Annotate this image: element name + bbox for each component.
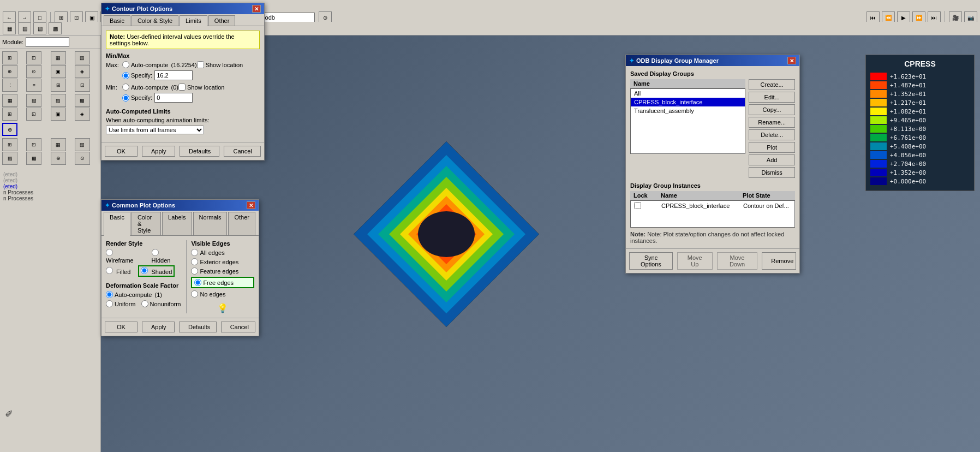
edge-free-radio[interactable] [194,279,201,286]
group-translucent[interactable]: Translucent_assembly [631,106,745,115]
sb-icon-18[interactable]: ⊡ [26,108,41,121]
group-cpress[interactable]: CPRESS_block_interface [631,98,745,106]
max-specify-input[interactable] [154,70,193,80]
instances-header: Lock Name Plot State [630,191,795,200]
sb-icon-16[interactable]: ▩ [75,94,90,107]
instances-list[interactable]: CPRESS_block_interface Contour on Def... [630,200,795,228]
sb-icon-7[interactable]: ▣ [51,65,66,78]
common-tab-basic[interactable]: Basic [104,212,130,236]
group-all[interactable]: All [631,89,745,98]
move-down-btn[interactable]: Move Down [717,252,758,270]
sb-icon-11[interactable]: ⊞ [51,79,66,92]
sb-icon-12[interactable]: ⊡ [75,79,90,92]
contour-tab-other[interactable]: Other [208,15,236,26]
common-ok-btn[interactable]: OK [105,322,138,332]
copy-btn[interactable]: Copy... [749,104,795,115]
render-options-group: Wireframe Hidden Filled Shaded [106,249,181,277]
common-tab-other[interactable]: Other [228,212,255,235]
create-btn[interactable]: Create... [749,79,795,90]
edge-no-radio[interactable] [191,290,198,298]
tb2-3[interactable]: ▨ [33,22,46,34]
instance-lock-check[interactable] [634,202,641,209]
delete-btn[interactable]: Delete... [749,129,795,140]
sb-icon-22[interactable]: ⊡ [26,138,41,151]
common-apply-btn[interactable]: Apply [142,322,175,332]
module-input[interactable] [26,37,69,47]
sb-icon-14[interactable]: ▧ [26,94,41,107]
sync-options-btn[interactable]: Sync Options [629,252,673,270]
render-wireframe-radio[interactable] [106,249,113,256]
sb-icon-8[interactable]: ◈ [75,65,90,78]
contour-dialog-close[interactable]: ✕ [252,5,261,13]
contour-tab-color[interactable]: Color & Style [132,15,178,26]
edit-btn[interactable]: Edit... [749,92,795,103]
legend-color-swatch [870,125,887,133]
max-specify-radio[interactable] [122,72,129,79]
max-auto-radio[interactable] [122,61,129,68]
dismiss-btn[interactable]: Dismiss [749,167,795,178]
sb-icon-23[interactable]: ▦ [51,138,66,151]
min-auto-radio[interactable] [122,84,129,91]
sb-icon-13[interactable]: ▦ [2,94,17,107]
sb-icon-26[interactable]: ▩ [26,152,41,165]
sb-icon-6[interactable]: ⊙ [26,65,41,78]
sb-icon-27[interactable]: ⊕ [51,152,66,165]
max-show-location-check[interactable] [197,61,204,68]
edge-all-radio[interactable] [191,249,198,256]
plot-btn[interactable]: Plot [749,142,795,153]
common-tab-normals[interactable]: Normals [193,212,228,235]
tb2-4[interactable]: ▩ [49,22,62,34]
sb-icon-19[interactable]: ▣ [51,108,66,121]
edge-feature-radio[interactable] [191,267,198,275]
contour-apply-btn[interactable]: Apply [142,146,175,157]
add-btn[interactable]: Add [749,154,795,165]
render-shaded-radio[interactable] [141,267,148,274]
sb-icon-1[interactable]: ⊞ [2,51,17,64]
edge-all-label: All edges [200,249,224,256]
deform-auto-radio[interactable] [106,291,113,298]
tb2-1[interactable]: ▦ [3,22,16,34]
common-tab-color[interactable]: Color & Style [132,212,161,235]
sb-icon-15[interactable]: ▨ [51,94,66,107]
odb-dialog-close[interactable]: ✕ [787,57,796,64]
sidebar-tree: (eted) (eted) (eted) n Processes n Proce… [0,169,100,204]
rename-btn[interactable]: Rename... [749,117,795,128]
sb-icon-9[interactable]: ⋮ [2,79,17,92]
render-hidden-radio[interactable] [152,249,159,256]
contour-defaults-btn[interactable]: Defaults [180,146,220,157]
sb-icon-28[interactable]: ⊙ [75,152,90,165]
sb-icon-selected[interactable]: ⊕ [2,123,17,136]
saved-groups-label: Saved Display Groups [630,70,795,77]
sb-icon-24[interactable]: ▧ [75,138,90,151]
saved-groups-list[interactable]: All CPRESS_block_interface Translucent_a… [630,88,745,154]
sb-icon-2[interactable]: ⊡ [26,51,41,64]
deform-uniform-radio[interactable] [106,300,113,307]
move-up-btn[interactable]: Move Up [677,252,713,270]
animation-dropdown[interactable]: Use limits from all frames [106,126,204,134]
min-specify-radio[interactable] [122,94,129,102]
render-filled-radio[interactable] [106,267,113,274]
common-cancel-btn[interactable]: Cancel [221,322,255,332]
contour-tab-basic[interactable]: Basic [104,15,130,26]
sb-icon-21[interactable]: ⊞ [2,138,17,151]
common-defaults-btn[interactable]: Defaults [179,322,217,332]
contour-tab-limits[interactable]: Limits [180,15,207,26]
contour-ok-btn[interactable]: OK [105,146,138,157]
sb-icon-4[interactable]: ▧ [75,51,90,64]
sb-icon-3[interactable]: ▦ [51,51,66,64]
remove-btn[interactable]: Remove [762,252,796,270]
sb-icon-20[interactable]: ◈ [75,108,90,121]
pencil-tool[interactable]: ✏ [5,407,14,419]
min-specify-input[interactable] [154,93,193,103]
sb-icon-10[interactable]: ≡ [26,79,41,92]
sb-icon-17[interactable]: ⊞ [2,108,17,121]
common-tab-labels[interactable]: Labels [162,212,192,235]
min-show-location-check[interactable] [178,84,186,91]
edge-exterior-radio[interactable] [191,258,198,265]
sb-icon-5[interactable]: ⊕ [2,65,17,78]
sb-icon-25[interactable]: ▨ [2,152,17,165]
tb2-2[interactable]: ▧ [18,22,31,34]
contour-cancel-btn[interactable]: Cancel [224,146,261,157]
common-dialog-close[interactable]: ✕ [247,201,255,209]
deform-nonuniform-radio[interactable] [141,300,148,307]
